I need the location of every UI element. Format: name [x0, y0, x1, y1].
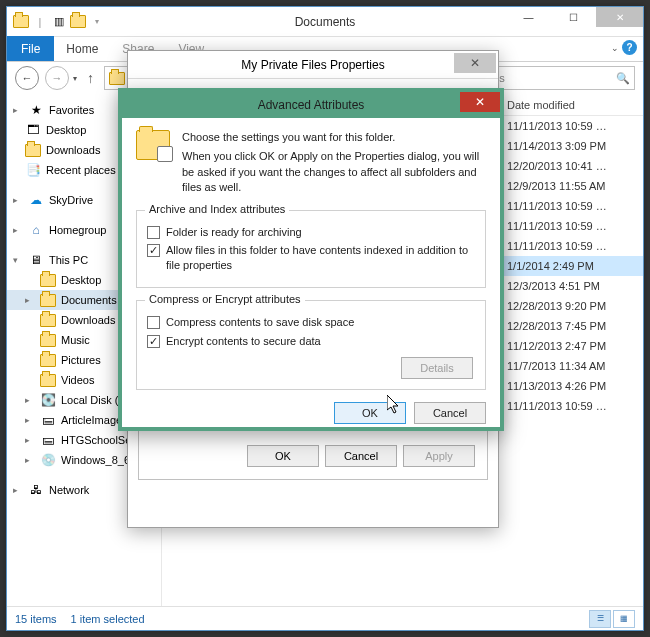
date-cell: 11/14/2013 3:09 PM	[507, 140, 637, 152]
date-cell: 1/1/2014 2:49 PM	[507, 260, 637, 272]
date-cell: 11/13/2013 4:26 PM	[507, 380, 637, 392]
compress-encrypt-group: Compress or Encrypt attributes Compress …	[136, 300, 486, 390]
title-bar: | ▥ ▾ Documents — ☐ ✕	[7, 7, 643, 37]
checkbox-icon	[147, 316, 160, 329]
advanced-attributes-dialog: Advanced Attributes ✕ Choose the setting…	[118, 88, 504, 431]
archive-index-legend: Archive and Index attributes	[145, 203, 289, 215]
icons-view-button[interactable]: ▦	[613, 610, 635, 628]
details-button: Details	[401, 357, 473, 379]
sidebar-item-label: Desktop	[46, 124, 86, 136]
new-folder-icon[interactable]	[70, 14, 86, 30]
properties-cancel-button[interactable]: Cancel	[325, 445, 397, 467]
chk-encrypt[interactable]: Encrypt contents to secure data	[147, 334, 475, 349]
sidebar-item-label: This PC	[49, 254, 88, 266]
sidebar-item-label: Network	[49, 484, 89, 496]
properties-buttons: OK Cancel Apply	[247, 445, 475, 467]
sidebar-item-label: Recent places	[46, 164, 116, 176]
details-view-button[interactable]: ☰	[589, 610, 611, 628]
date-cell: 11/11/2013 10:59 …	[507, 400, 637, 412]
help-icon[interactable]: ?	[622, 40, 637, 55]
archive-index-group: Archive and Index attributes Folder is r…	[136, 210, 486, 289]
status-bar: 15 items 1 item selected ☰ ▦	[7, 606, 643, 630]
date-cell: 11/12/2013 2:47 PM	[507, 340, 637, 352]
expand-ribbon-icon[interactable]: ⌄	[611, 43, 619, 53]
chk-compress[interactable]: Compress contents to save disk space	[147, 315, 475, 330]
properties-title: My Private Files Properties	[241, 58, 384, 72]
chk-label: Allow files in this folder to have conte…	[166, 243, 475, 273]
date-cell: 12/3/2013 4:51 PM	[507, 280, 637, 292]
date-cell: 11/11/2013 10:59 …	[507, 240, 637, 252]
advanced-close-button[interactable]: ✕	[460, 92, 500, 112]
properties-title-bar: My Private Files Properties ✕	[128, 51, 498, 79]
chk-label: Compress contents to save disk space	[166, 315, 354, 330]
properties-icon[interactable]: ▥	[51, 14, 67, 30]
checkbox-icon	[147, 335, 160, 348]
sidebar-item-label: Pictures	[61, 354, 101, 366]
search-icon: 🔍	[616, 72, 630, 85]
advanced-description: Choose the settings you want for this fo…	[182, 130, 486, 196]
qat-chevron-icon[interactable]: ▾	[89, 14, 105, 30]
properties-ok-button[interactable]: OK	[247, 445, 319, 467]
advanced-line1: Choose the settings you want for this fo…	[182, 130, 486, 145]
maximize-button[interactable]: ☐	[551, 7, 596, 27]
chk-archive-ready[interactable]: Folder is ready for archiving	[147, 225, 475, 240]
sidebar-item-label: Downloads	[46, 144, 100, 156]
chk-label: Folder is ready for archiving	[166, 225, 302, 240]
col-date[interactable]: Date modified	[507, 99, 643, 111]
sidebar-item-label: SkyDrive	[49, 194, 93, 206]
advanced-ok-button[interactable]: OK	[334, 402, 406, 424]
compress-encrypt-legend: Compress or Encrypt attributes	[145, 293, 305, 305]
back-button[interactable]: ←	[15, 66, 39, 90]
advanced-buttons: OK Cancel	[136, 402, 486, 424]
date-cell: 12/28/2013 9:20 PM	[507, 300, 637, 312]
folder-icon	[13, 14, 29, 30]
up-button[interactable]: ↑	[83, 70, 98, 86]
tab-home[interactable]: Home	[54, 37, 110, 61]
properties-apply-button: Apply	[403, 445, 475, 467]
sidebar-item-label: Music	[61, 334, 90, 346]
window-controls: — ☐ ✕	[506, 7, 643, 27]
ribbon-help-area: ⌄ ?	[611, 40, 637, 55]
sidebar-item-label: Videos	[61, 374, 94, 386]
file-tab[interactable]: File	[7, 36, 54, 61]
properties-close-button[interactable]: ✕	[454, 53, 496, 73]
sidebar-item-label: Documents	[61, 294, 117, 306]
advanced-title-bar: Advanced Attributes ✕	[122, 92, 500, 118]
folder-settings-icon	[136, 130, 170, 160]
date-cell: 12/28/2013 7:45 PM	[507, 320, 637, 332]
folder-icon	[109, 70, 125, 86]
sidebar-item-label: Favorites	[49, 104, 94, 116]
minimize-button[interactable]: —	[506, 7, 551, 27]
advanced-title: Advanced Attributes	[258, 98, 365, 112]
sidebar-item-label: Downloads	[61, 314, 115, 326]
checkbox-icon	[147, 226, 160, 239]
advanced-cancel-button[interactable]: Cancel	[414, 402, 486, 424]
date-cell: 11/11/2013 10:59 …	[507, 200, 637, 212]
status-selected: 1 item selected	[71, 613, 145, 625]
search-box[interactable]: nts 🔍	[485, 66, 635, 90]
chk-index-contents[interactable]: Allow files in this folder to have conte…	[147, 243, 475, 273]
quick-access-toolbar: | ▥ ▾	[7, 14, 105, 30]
chk-label: Encrypt contents to secure data	[166, 334, 321, 349]
status-count: 15 items	[15, 613, 57, 625]
date-cell: 12/20/2013 10:41 …	[507, 160, 637, 172]
history-chevron-icon[interactable]: ▾	[73, 74, 77, 83]
advanced-line2: When you click OK or Apply on the Proper…	[182, 150, 479, 193]
close-button[interactable]: ✕	[596, 7, 643, 27]
date-cell: 12/9/2013 11:55 AM	[507, 180, 637, 192]
date-cell: 11/11/2013 10:59 …	[507, 120, 637, 132]
date-cell: 11/7/2013 11:34 AM	[507, 360, 637, 372]
qat-divider: |	[32, 14, 48, 30]
sidebar-item-label: Homegroup	[49, 224, 106, 236]
advanced-header: Choose the settings you want for this fo…	[136, 130, 486, 196]
checkbox-icon	[147, 244, 160, 257]
sidebar-item-label: Desktop	[61, 274, 101, 286]
date-cell: 11/11/2013 10:59 …	[507, 220, 637, 232]
forward-button: →	[45, 66, 69, 90]
